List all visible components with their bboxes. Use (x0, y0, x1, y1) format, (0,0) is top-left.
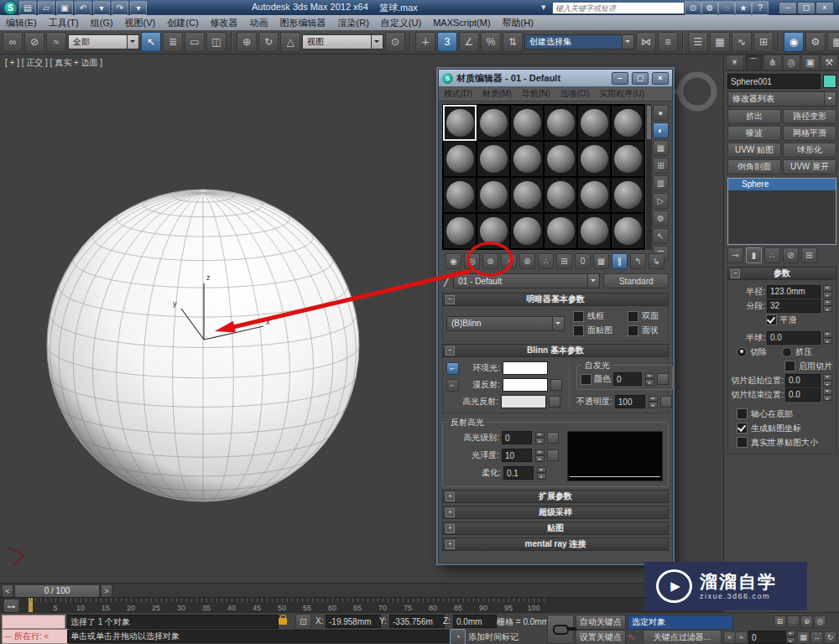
rendered-frame-window-icon[interactable]: ▦ (827, 32, 839, 52)
tab-hierarchy-icon[interactable]: ⋔ (763, 55, 782, 70)
sample-scrollbar[interactable] (646, 104, 652, 250)
slice-to-field[interactable]: 0.0 (785, 388, 821, 402)
background-icon[interactable]: ▦ (653, 140, 669, 156)
maximize-button[interactable]: ▢ (797, 2, 816, 14)
material-editor-titlebar[interactable]: S 材质编辑器 - 01 - Default – ▢ × (439, 70, 672, 86)
search-icon[interactable]: ⊙ (685, 1, 701, 15)
extended-parameters-rollout[interactable]: + 扩展参数 (442, 490, 669, 503)
make-unique-material-icon[interactable]: ∴ (538, 253, 554, 269)
next-key-icon[interactable]: » (735, 631, 748, 644)
material-type-button[interactable]: Standard (603, 273, 669, 288)
spinner-snap-icon[interactable]: ⇅ (503, 32, 523, 52)
shader-type-dropdown[interactable]: (B)Blinn (446, 316, 565, 331)
base-to-pivot-checkbox[interactable] (737, 408, 748, 419)
material-sample-slot[interactable] (477, 213, 510, 249)
self-illum-value-field[interactable]: 0 (613, 372, 642, 386)
mental-ray-connection-rollout[interactable]: + mental ray 连接 (442, 538, 669, 551)
material-sample-slot[interactable] (510, 105, 544, 141)
listener-pane[interactable]: — 所在行: < (2, 629, 69, 644)
diffuse-color-swatch[interactable] (503, 378, 548, 392)
select-by-material-icon[interactable]: ↖ (653, 228, 669, 244)
x-coordinate-field[interactable]: -19.958mm (326, 615, 381, 628)
backlight-icon[interactable]: ◐ (653, 122, 669, 138)
undo-icon[interactable]: ↶ (75, 1, 91, 15)
previous-frame-button[interactable]: < (2, 584, 13, 598)
close-button[interactable]: × (816, 2, 834, 14)
shader-basic-rollout-header[interactable]: − 明暗器基本参数 (442, 293, 669, 306)
absolute-offset-mode-icon[interactable]: ⊡ (295, 614, 311, 630)
med-menu-options[interactable]: 选项(O) (555, 88, 594, 100)
material-sample-slot[interactable] (477, 141, 510, 177)
real-world-map-checkbox[interactable] (737, 437, 748, 448)
select-move-icon[interactable]: ⊕ (237, 32, 257, 52)
select-object-icon[interactable]: ↖ (141, 32, 161, 52)
z-coordinate-field[interactable]: 0.0mm (453, 615, 497, 628)
material-sample-slot[interactable] (611, 177, 644, 213)
selection-brackets-icon[interactable]: ◌ (787, 615, 800, 628)
modifier-button-bevelprofile[interactable]: 倒角剖面 (727, 159, 781, 174)
parameters-rollout-header[interactable]: − 参数 (727, 267, 836, 280)
show-end-result-icon[interactable]: ▮ (746, 247, 762, 263)
face-map-checkbox[interactable] (573, 325, 584, 336)
redo-icon[interactable]: ↷ (112, 1, 128, 15)
current-frame-field[interactable]: 0 (748, 631, 790, 644)
material-sample-slot[interactable] (477, 105, 510, 141)
align-icon[interactable]: ≡ (658, 32, 678, 52)
selection-filter-dropdown[interactable]: 全部 (68, 34, 139, 49)
menu-tools[interactable]: 工具(T) (43, 17, 85, 29)
key-filters-button[interactable]: 关键点过滤器... (643, 630, 722, 644)
app-logo-icon[interactable]: S (3, 1, 18, 15)
glossiness-map-button[interactable] (547, 449, 559, 461)
time-slider-handle[interactable]: 0 / 100 (14, 584, 100, 598)
menu-maxscript[interactable]: MAXScript(M) (427, 18, 496, 28)
diffuse-map-button[interactable] (550, 379, 562, 391)
material-sample-slot[interactable] (510, 141, 544, 177)
open-file-icon[interactable]: ▱ (38, 1, 55, 15)
ambient-color-swatch[interactable] (503, 361, 548, 375)
remove-modifier-icon[interactable]: ⊘ (783, 247, 799, 263)
material-sample-slot[interactable] (443, 141, 477, 177)
specular-level-map-button[interactable] (547, 432, 559, 444)
opacity-map-button[interactable] (660, 396, 672, 408)
help-icon[interactable]: ? (752, 1, 769, 15)
material-sample-slot[interactable] (544, 177, 577, 213)
modifier-button-meshsmooth[interactable]: 网格平滑 (783, 126, 836, 141)
make-preview-icon[interactable]: ▷ (653, 193, 669, 209)
undo-dropdown-icon[interactable]: ▾ (93, 1, 110, 15)
slice-on-checkbox[interactable] (784, 361, 795, 371)
material-editor-icon[interactable]: ◉ (784, 32, 804, 52)
smooth-checkbox[interactable] (766, 314, 777, 325)
save-file-icon[interactable]: ▣ (56, 1, 73, 15)
time-tag-icon[interactable]: ◔ (450, 629, 466, 644)
material-sample-slot[interactable] (577, 177, 611, 213)
new-file-icon[interactable]: ▤ (19, 1, 36, 15)
material-sample-slot[interactable] (577, 141, 611, 177)
pan-view-icon[interactable]: ↔ (810, 631, 823, 644)
menu-customize[interactable]: 自定义(U) (375, 17, 427, 29)
specular-map-button[interactable] (549, 396, 560, 408)
material-sample-slot[interactable] (544, 105, 577, 141)
material-sample-slot[interactable] (611, 141, 644, 177)
unlink-icon[interactable]: ⊘ (24, 32, 44, 52)
put-to-library-icon[interactable]: ⊞ (556, 253, 572, 269)
supersampling-rollout[interactable]: + 超级采样 (442, 506, 669, 519)
object-name-field[interactable]: Sphere001 (727, 74, 821, 89)
modifier-button-pathdeform[interactable]: 路径变形 (783, 109, 836, 124)
glossiness-spinner[interactable] (535, 449, 545, 462)
opacity-spinner[interactable] (649, 396, 658, 408)
radius-spinner[interactable] (823, 285, 832, 298)
menu-rendering[interactable]: 渲染(R) (332, 17, 375, 29)
bind-spacewarp-icon[interactable]: ≈ (46, 32, 66, 52)
tab-motion-icon[interactable]: ◎ (783, 55, 801, 70)
make-material-copy-icon[interactable]: ⊛ (519, 253, 535, 269)
modifier-button-unwrapuvw[interactable]: UVW 展开 (783, 159, 836, 174)
slice-from-field[interactable]: 0.0 (785, 374, 821, 387)
med-menu-utilities[interactable]: 实用程序(U) (594, 88, 649, 100)
tab-utilities-icon[interactable]: ⚒ (821, 55, 839, 70)
track-bar[interactable]: ⊶ 05101520253035404550556065707580859095… (0, 597, 723, 613)
search-input[interactable] (552, 2, 685, 14)
reference-coordinate-dropdown[interactable]: 视图 (302, 34, 383, 49)
zoom-extents-icon[interactable]: ▦ (797, 631, 810, 644)
modifier-list-dropdown[interactable]: 修改器列表 (727, 91, 836, 106)
glossiness-field[interactable]: 10 (502, 449, 532, 462)
